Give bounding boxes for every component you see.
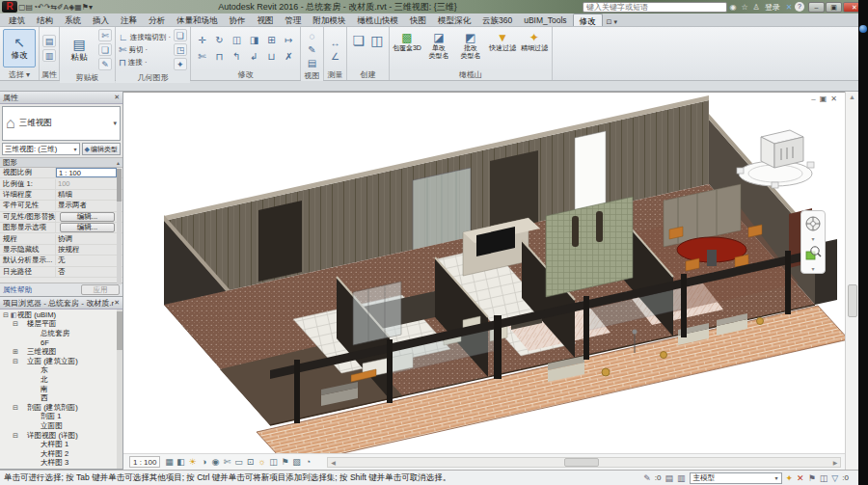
view-restore-icon[interactable]: ▣ (820, 94, 827, 103)
modify-tool-icon[interactable]: ✗ (281, 49, 297, 65)
tree-item[interactable]: ⊟ 楼层平面 (0, 320, 122, 330)
view-bar-icon[interactable]: ▭ (232, 457, 244, 467)
geometry-side-icon[interactable]: ◳ (174, 43, 187, 56)
clipboard-tool-icon[interactable]: ✎ (98, 58, 112, 70)
olivehill-button[interactable]: ▩ 包覆盒3D (393, 29, 421, 67)
ribbon-tab[interactable]: 云族360 (476, 13, 518, 26)
modify-tool-icon[interactable]: ↦ (281, 33, 297, 48)
app-menu-button[interactable]: R (2, 1, 17, 13)
workset-select[interactable]: 主模型 ▾ (690, 472, 782, 484)
view-bar-icon[interactable]: ◑ (198, 457, 209, 467)
modify-button[interactable]: ↖ 修改 (3, 29, 36, 67)
link-select-icon[interactable]: ◫ (820, 473, 828, 483)
tree-item[interactable]: 西 (0, 393, 122, 403)
help-icon[interactable]: ? (795, 2, 804, 12)
editable-only-icon[interactable]: ✎ (643, 473, 651, 483)
sign-in-button[interactable]: 登录 (765, 2, 780, 13)
edit-type-button[interactable]: ◆ 编辑类型 (82, 143, 121, 155)
minimize-button[interactable]: ‒ (808, 2, 825, 13)
ribbon-tab[interactable]: 模型深化 (432, 13, 476, 26)
type-properties-icon[interactable]: ▥ (42, 49, 56, 62)
property-value[interactable]: 100 (56, 179, 122, 188)
property-value[interactable]: 编辑... (60, 223, 115, 232)
geometry-tool[interactable]: ⊓ 连接 · (119, 57, 171, 68)
tree-item[interactable]: 南 (0, 385, 122, 394)
horizontal-scroll-thumb[interactable] (564, 458, 599, 467)
tree-expander-icon[interactable]: ⊟ (12, 320, 19, 328)
olivehill-button[interactable]: ✦ 精细过滤 (520, 29, 549, 67)
tree-item[interactable]: 东 (0, 366, 122, 376)
property-value[interactable]: 显示两者 (56, 201, 122, 210)
scroll-left-icon[interactable]: ◀ (328, 459, 338, 466)
panel-label-properties[interactable]: 属性 (40, 69, 59, 80)
exchange-icon[interactable]: ✕ (783, 2, 795, 13)
restore-button[interactable]: ▣ (826, 2, 842, 13)
tree-item[interactable]: 总统套房 (0, 329, 122, 338)
tree-item[interactable]: ⊞ 三维视图 (0, 347, 122, 357)
tree-item[interactable]: 北 (0, 375, 122, 385)
olivehill-button[interactable]: ◩ 批改 类型名 (456, 29, 485, 67)
view-bar-icon[interactable]: ◔ (302, 457, 313, 467)
tree-item[interactable]: ⊟ 立面 (建筑立面) (0, 357, 122, 366)
panel-label-select[interactable]: 选择 ▾ (0, 69, 39, 80)
view-bar-icon[interactable]: ◉ (209, 457, 221, 467)
ribbon-tab[interactable]: 分析 (143, 13, 171, 26)
search-icon[interactable]: ◉ (727, 2, 739, 13)
view-bar-icon[interactable]: ▦ (163, 457, 175, 467)
ribbon-tab[interactable]: 协作 (224, 13, 252, 26)
model-canvas[interactable]: ‒ ▣ ✕ (123, 92, 845, 453)
apply-button[interactable]: 应用 (81, 284, 120, 295)
workset-icon[interactable]: ▤ (665, 473, 674, 483)
ribbon-tab[interactable]: 系统 (59, 13, 87, 26)
property-value[interactable]: 否 (56, 267, 122, 277)
ribbon-tab[interactable]: 快图 (404, 13, 432, 26)
qat-icon[interactable]: ↶ (38, 3, 44, 12)
chevron-down-icon[interactable]: ▾ (811, 265, 814, 272)
property-value[interactable]: 精细 (56, 190, 122, 200)
browser-scrollbar[interactable] (117, 310, 122, 469)
filter-icon[interactable]: ▽ (831, 473, 838, 483)
modify-tool-icon[interactable]: ↰ (229, 49, 245, 65)
scroll-up-icon[interactable]: ▲ (846, 92, 858, 103)
paste-button[interactable]: ▤ 粘贴 (63, 31, 95, 69)
tree-item[interactable]: 大样图 3 (0, 459, 122, 469)
tree-item[interactable]: 大样图 1 (0, 440, 122, 449)
ribbon-tab[interactable]: 视图 (252, 13, 280, 26)
tree-item[interactable]: 剖面 1 (0, 413, 122, 422)
ribbon-options-icon[interactable]: ⊡ ▾ (607, 18, 617, 26)
modify-tool-icon[interactable]: ⊓ (211, 49, 228, 65)
modify-tool-icon[interactable]: ◨ (246, 33, 262, 48)
modify-tool-icon[interactable]: ↻ (211, 33, 228, 48)
chevron-down-icon[interactable]: ▾ (811, 235, 814, 242)
tree-expander-icon[interactable]: ⊟ (12, 432, 19, 440)
ribbon-tab[interactable]: 橄榄山快模 (352, 13, 405, 26)
ribbon-tab[interactable]: 插入 (87, 13, 115, 26)
view-scale-button[interactable]: 1 : 100 (129, 456, 160, 468)
property-value[interactable]: 1 : 100 (56, 168, 117, 177)
view-bar-icon[interactable]: ◫ (267, 457, 279, 467)
property-value[interactable]: 无 (56, 256, 122, 265)
property-value[interactable]: 按规程 (56, 245, 122, 255)
modify-tool-icon[interactable]: ⊔ (263, 49, 280, 65)
tree-expander-icon[interactable]: ⊟ (12, 358, 19, 365)
view-bar-icon[interactable]: ⚑ (279, 457, 290, 467)
viewcube[interactable] (731, 114, 820, 202)
tree-expander-icon[interactable]: ⊟ (2, 311, 10, 319)
type-selector[interactable]: ⌂ 三维视图 ▾ (2, 106, 121, 141)
view-bar-icon[interactable]: ◧ (175, 457, 186, 467)
properties-scrollbar[interactable] (117, 169, 122, 284)
ribbon-tab[interactable]: 体量和场地 (171, 13, 224, 26)
modify-tool-icon[interactable]: ◫ (229, 33, 245, 48)
modify-tool-icon[interactable]: ↲ (246, 49, 262, 65)
ribbon-tab[interactable]: 修改 (573, 13, 603, 26)
qat-icon[interactable]: ▤ (26, 3, 34, 12)
tree-item[interactable]: ⊟ 详图视图 (详图) (0, 431, 122, 441)
tree-item[interactable]: 大样图 2 (0, 449, 122, 459)
geometry-side-icon[interactable]: ❏ (174, 29, 187, 41)
geometry-tool[interactable]: ∟ 连接端切割 · (119, 32, 171, 43)
pin-icon[interactable]: ⚑ (808, 473, 816, 483)
clipboard-tool-icon[interactable]: ❏ (98, 43, 112, 56)
instance-selector[interactable]: 三维视图: (三维) ▾ (2, 143, 80, 155)
view-tool-icon[interactable]: ◌ (304, 29, 320, 41)
property-group-graphics[interactable]: 图形 ▴ (0, 157, 122, 168)
